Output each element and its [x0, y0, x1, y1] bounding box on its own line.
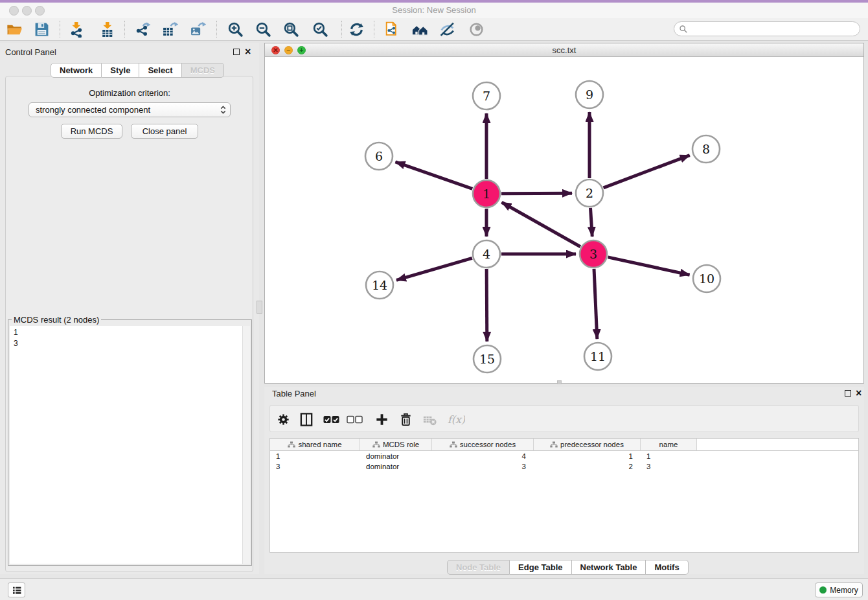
node-label: 6	[375, 149, 383, 163]
edge-3-11[interactable]	[594, 269, 597, 339]
cell[interactable]: 1	[534, 451, 641, 461]
column-header-successor-nodes[interactable]: successor nodes	[432, 439, 534, 450]
node-4[interactable]: 4	[473, 240, 500, 268]
export-image-icon[interactable]	[188, 20, 207, 38]
node-10[interactable]: 10	[693, 265, 720, 292]
column-header-predecessor-nodes[interactable]: predecessor nodes	[534, 439, 641, 450]
export-table-icon[interactable]	[161, 20, 179, 38]
node-14[interactable]: 14	[366, 271, 393, 299]
search-icon	[679, 25, 688, 34]
close-table-panel-icon[interactable]: ×	[856, 389, 862, 397]
clone-network-icon[interactable]	[382, 20, 400, 38]
delete-column-icon[interactable]	[396, 411, 415, 428]
node-1[interactable]: 1	[473, 180, 500, 207]
cell[interactable]: 3	[432, 461, 534, 472]
select-all-columns-icon[interactable]	[323, 411, 341, 428]
import-network-icon[interactable]	[67, 20, 86, 38]
zoom-out-icon[interactable]	[254, 20, 272, 38]
result-scrollbar[interactable]	[242, 326, 250, 564]
table-body: 1dominator4113dominator323	[270, 451, 858, 472]
cell[interactable]: 3	[641, 461, 697, 472]
network-canvas[interactable]: 7968124314101511	[265, 57, 863, 383]
table-options-gear-icon[interactable]	[274, 411, 292, 428]
node-6[interactable]: 6	[365, 143, 393, 170]
panel-splitter-handle[interactable]	[257, 301, 262, 314]
tab-node-table[interactable]: Node Table	[447, 560, 510, 575]
memory-status-icon	[819, 586, 827, 594]
memory-label: Memory	[830, 586, 858, 595]
tab-network[interactable]: Network	[51, 63, 102, 78]
column-label: MCDS role	[383, 441, 419, 448]
tab-mcds[interactable]: MCDS	[182, 63, 224, 78]
column-header-MCDS-role[interactable]: MCDS role	[360, 439, 432, 450]
search-input[interactable]	[688, 23, 860, 36]
float-table-panel-icon[interactable]	[845, 390, 851, 397]
node-2[interactable]: 2	[576, 179, 603, 207]
node-label: 4	[483, 247, 490, 261]
edge-4-15[interactable]	[486, 269, 487, 341]
tab-select[interactable]: Select	[139, 63, 181, 78]
sitemap-icon	[550, 441, 558, 448]
node-label: 3	[589, 247, 597, 261]
cell[interactable]: 2	[534, 461, 641, 472]
node-15[interactable]: 15	[474, 345, 501, 373]
column-header-name[interactable]: name	[641, 439, 697, 450]
memory-button[interactable]: Memory	[815, 583, 863, 597]
first-neighbors-icon[interactable]	[411, 20, 429, 38]
tab-style[interactable]: Style	[102, 63, 139, 78]
close-panel-icon[interactable]: ×	[245, 48, 251, 56]
add-column-icon[interactable]	[372, 411, 391, 428]
task-history-button[interactable]	[8, 583, 25, 597]
cell[interactable]: 3	[270, 461, 360, 472]
run-mcds-button[interactable]: Run MCDS	[61, 124, 122, 139]
show-details-icon[interactable]	[467, 20, 485, 38]
import-table-icon[interactable]	[98, 20, 117, 38]
edge-1-6[interactable]	[395, 162, 472, 189]
tab-motifs[interactable]: Motifs	[646, 560, 688, 575]
node-label: 9	[586, 87, 593, 102]
table-tabs: Node TableEdge TableNetwork TableMotifs	[447, 560, 689, 575]
node-7[interactable]: 7	[473, 82, 500, 110]
mcds-result-list[interactable]: 1 3	[10, 326, 250, 564]
tab-edge-table[interactable]: Edge Table	[510, 560, 571, 575]
edge-4-14[interactable]	[396, 258, 472, 280]
status-bar: Memory	[0, 578, 868, 600]
node-label: 10	[699, 271, 714, 286]
zoom-selected-icon[interactable]	[311, 20, 329, 38]
zoom-in-icon[interactable]	[226, 20, 244, 38]
control-panel-tabs: NetworkStyleSelectMCDS	[51, 63, 224, 78]
node-3[interactable]: 3	[580, 240, 607, 268]
list-icon	[11, 584, 23, 596]
cell[interactable]: dominator	[360, 461, 432, 472]
export-network-icon[interactable]	[133, 20, 152, 38]
column-layout-icon[interactable]	[297, 411, 315, 428]
cell[interactable]: dominator	[360, 451, 432, 461]
node-9[interactable]: 9	[576, 81, 603, 108]
unselect-all-columns-icon[interactable]	[346, 411, 364, 428]
optimization-criterion-select[interactable]: strongly connected component	[29, 102, 231, 117]
node-8[interactable]: 8	[692, 135, 720, 163]
view-resize-handle[interactable]	[557, 380, 562, 384]
tab-network-table[interactable]: Network Table	[572, 560, 646, 575]
cell[interactable]: 4	[432, 451, 534, 461]
node-11[interactable]: 11	[584, 343, 611, 370]
save-session-icon[interactable]	[32, 20, 51, 38]
optimization-criterion-label: Optimization criterion:	[0, 88, 259, 98]
edge-2-3[interactable]	[590, 208, 592, 237]
hide-details-icon[interactable]	[438, 20, 456, 38]
refresh-layout-icon[interactable]	[347, 20, 365, 38]
edge-2-8[interactable]	[604, 156, 690, 188]
cell[interactable]: 1	[641, 451, 697, 461]
column-label: shared name	[298, 441, 341, 448]
open-session-icon[interactable]	[5, 20, 23, 38]
edge-1-2[interactable]	[501, 193, 572, 194]
edge-3-1[interactable]	[502, 202, 580, 246]
function-builder-icon: f(x)	[447, 411, 465, 428]
float-panel-icon[interactable]	[233, 49, 240, 55]
close-panel-button[interactable]: Close panel	[131, 124, 198, 139]
table-header-row: shared nameMCDS rolesuccessor nodesprede…	[270, 439, 858, 451]
cell[interactable]: 1	[270, 451, 360, 461]
zoom-fit-icon[interactable]	[282, 20, 300, 38]
column-header-shared-name[interactable]: shared name	[270, 439, 360, 450]
edge-3-10[interactable]	[608, 257, 689, 275]
